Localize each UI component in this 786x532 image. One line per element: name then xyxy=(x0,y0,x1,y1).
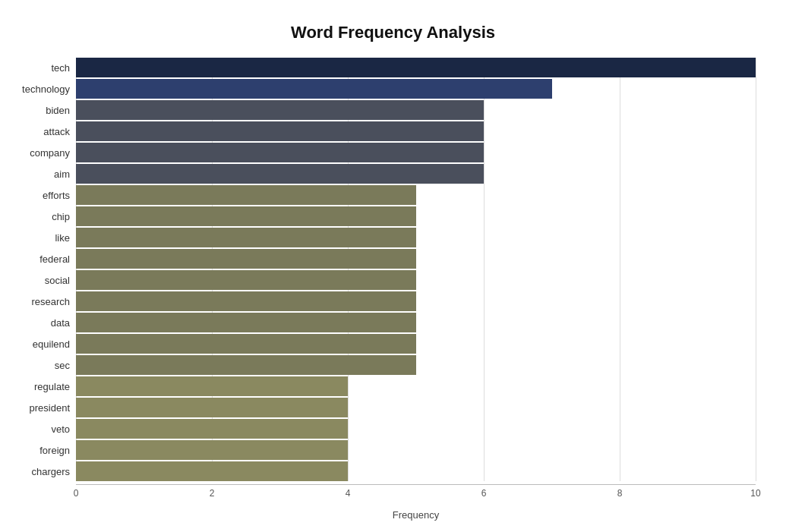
bar-row: efforts xyxy=(76,185,756,205)
bar-label: chip xyxy=(15,211,76,222)
bar-row: data xyxy=(76,313,756,332)
bar-row: attack xyxy=(76,121,756,141)
bar-fill xyxy=(76,58,756,77)
bar-label: aim xyxy=(15,168,76,180)
bar-fill xyxy=(76,249,416,269)
bar-label: sec xyxy=(15,360,76,371)
bar-row: aim xyxy=(76,164,756,184)
chart-container: Word Frequency Analysis techtechnologybi… xyxy=(0,0,786,532)
bar-fill xyxy=(76,313,416,332)
bar-row: chip xyxy=(76,206,756,226)
bar-fill xyxy=(76,334,416,354)
bar-fill xyxy=(76,355,416,375)
x-tick-label: 8 xyxy=(617,488,623,499)
bar-label: social xyxy=(15,275,76,286)
bar-fill xyxy=(76,291,416,311)
bar-row: president xyxy=(76,398,756,417)
x-tick-label: 2 xyxy=(210,488,215,499)
bar-label: efforts xyxy=(15,190,76,201)
x-axis-label: Frequency xyxy=(76,509,756,521)
bar-row: technology xyxy=(76,79,756,99)
bar-row: like xyxy=(76,228,756,247)
x-tick-label: 4 xyxy=(346,488,351,499)
bar-label: like xyxy=(15,232,76,244)
bar-row: biden xyxy=(76,100,756,120)
bar-row: chargers xyxy=(76,461,756,481)
bar-fill xyxy=(76,398,348,417)
bar-row: research xyxy=(76,291,756,311)
bar-row: sec xyxy=(76,355,756,375)
bar-fill xyxy=(76,270,416,290)
bar-row: tech xyxy=(76,58,756,77)
bar-label: tech xyxy=(15,62,76,74)
bar-label: biden xyxy=(15,105,76,116)
bar-fill xyxy=(76,461,348,481)
bar-fill xyxy=(76,100,484,120)
bar-label: chargers xyxy=(15,466,76,477)
bar-row: social xyxy=(76,270,756,290)
bar-label: veto xyxy=(15,423,76,435)
bar-label: equilend xyxy=(15,338,76,350)
bar-label: technology xyxy=(15,83,76,95)
bar-label: data xyxy=(15,317,76,329)
bar-fill xyxy=(76,228,416,247)
bar-row: equilend xyxy=(76,334,756,354)
x-axis: 0246810 xyxy=(76,484,756,503)
bar-label: federal xyxy=(15,253,76,265)
x-tick-label: 0 xyxy=(74,488,79,499)
bar-label: research xyxy=(15,296,76,307)
bar-row: company xyxy=(76,143,756,162)
bar-row: regulate xyxy=(76,376,756,396)
bar-fill xyxy=(76,185,416,205)
bar-fill xyxy=(76,376,348,396)
bar-label: president xyxy=(15,402,76,414)
bar-fill xyxy=(76,143,484,162)
x-tick-label: 10 xyxy=(750,488,760,499)
bar-fill xyxy=(76,419,348,439)
x-tick-label: 6 xyxy=(481,488,487,499)
bar-row: veto xyxy=(76,419,756,439)
bar-label: foreign xyxy=(15,445,76,456)
bar-label: regulate xyxy=(15,381,76,392)
bar-fill xyxy=(76,79,552,99)
bars-list: techtechnologybidenattackcompanyaimeffor… xyxy=(76,58,756,481)
bar-fill xyxy=(76,440,348,460)
bar-row: federal xyxy=(76,249,756,269)
bar-label: attack xyxy=(15,126,76,137)
bar-row: foreign xyxy=(76,440,756,460)
bar-fill xyxy=(76,164,484,184)
bar-fill xyxy=(76,121,484,141)
chart-title: Word Frequency Analysis xyxy=(15,15,771,42)
bar-label: company xyxy=(15,147,76,159)
bar-fill xyxy=(76,206,416,226)
